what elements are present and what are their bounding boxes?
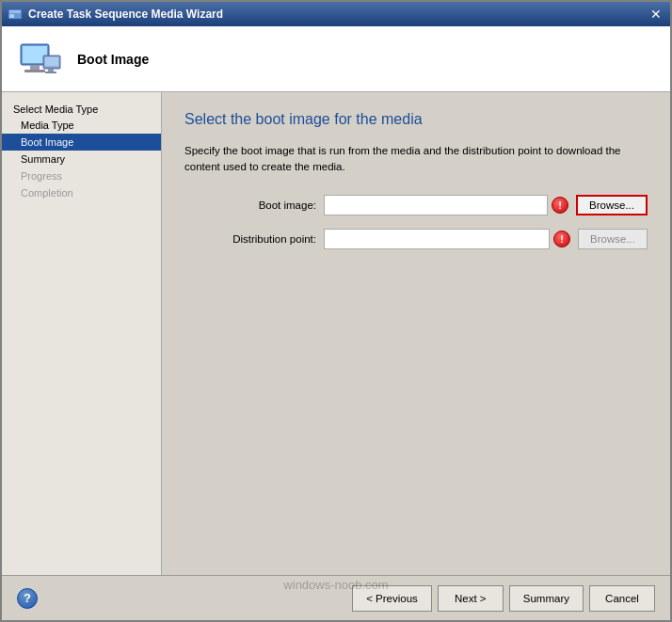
boot-image-row: Boot image: ! Browse... — [184, 195, 648, 215]
form-area: Boot image: ! Browse... Distribution poi… — [184, 195, 648, 249]
distribution-point-error-icon: ! — [553, 231, 570, 247]
svg-rect-2 — [9, 14, 14, 18]
wizard-window: Create Task Sequence Media Wizard ✕ Boot… — [0, 0, 672, 622]
sidebar-item-progress: Progress — [2, 167, 161, 184]
sidebar: Select Media Type Media Type Boot Image … — [2, 92, 162, 575]
help-button[interactable]: ? — [17, 588, 38, 609]
sidebar-item-completion: Completion — [2, 184, 161, 201]
sidebar-item-summary[interactable]: Summary — [2, 151, 161, 167]
titlebar: Create Task Sequence Media Wizard ✕ — [2, 2, 670, 26]
window-title: Create Task Sequence Media Wizard — [28, 8, 223, 21]
boot-image-label: Boot image: — [184, 199, 316, 211]
titlebar-left: Create Task Sequence Media Wizard — [8, 7, 223, 22]
distribution-point-row: Distribution point: ! Browse... — [184, 229, 648, 249]
close-button[interactable]: ✕ — [648, 6, 664, 23]
distribution-point-label: Distribution point: — [184, 233, 316, 245]
boot-image-input-wrapper: ! — [324, 195, 568, 215]
window-icon — [8, 7, 23, 22]
svg-rect-1 — [9, 10, 21, 13]
distribution-point-input[interactable] — [324, 229, 550, 249]
svg-rect-9 — [48, 69, 54, 72]
header-title: Boot Image — [77, 52, 149, 67]
svg-rect-6 — [24, 70, 45, 72]
summary-button[interactable]: Summary — [509, 585, 584, 612]
boot-image-input[interactable] — [324, 195, 548, 215]
header-icon — [17, 37, 62, 82]
sidebar-item-boot-image[interactable]: Boot Image — [2, 134, 161, 151]
header-area: Boot Image — [2, 26, 670, 92]
boot-image-browse-button[interactable]: Browse... — [576, 195, 648, 215]
svg-rect-10 — [45, 72, 56, 73]
distribution-point-input-wrapper: ! — [324, 229, 570, 249]
next-button[interactable]: Next > — [438, 585, 504, 612]
boot-image-error-icon: ! — [552, 197, 568, 214]
content-area: Select the boot image for the media Spec… — [162, 92, 670, 575]
svg-rect-8 — [45, 56, 59, 66]
previous-button[interactable]: < Previous — [352, 585, 432, 612]
footer-left: ? — [17, 588, 38, 609]
content-description: Specify the boot image that is run from … — [184, 143, 648, 176]
footer: ? < Previous Next > Summary Cancel — [2, 575, 670, 620]
sidebar-section-select-media-type: Select Media Type — [2, 100, 161, 117]
main-area: Select Media Type Media Type Boot Image … — [2, 92, 670, 575]
cancel-button[interactable]: Cancel — [589, 585, 655, 612]
footer-buttons: < Previous Next > Summary Cancel — [352, 585, 655, 612]
sidebar-item-media-type[interactable]: Media Type — [2, 117, 161, 134]
content-title: Select the boot image for the media — [184, 111, 648, 128]
svg-rect-5 — [30, 65, 40, 70]
distribution-point-browse-button[interactable]: Browse... — [578, 229, 648, 249]
